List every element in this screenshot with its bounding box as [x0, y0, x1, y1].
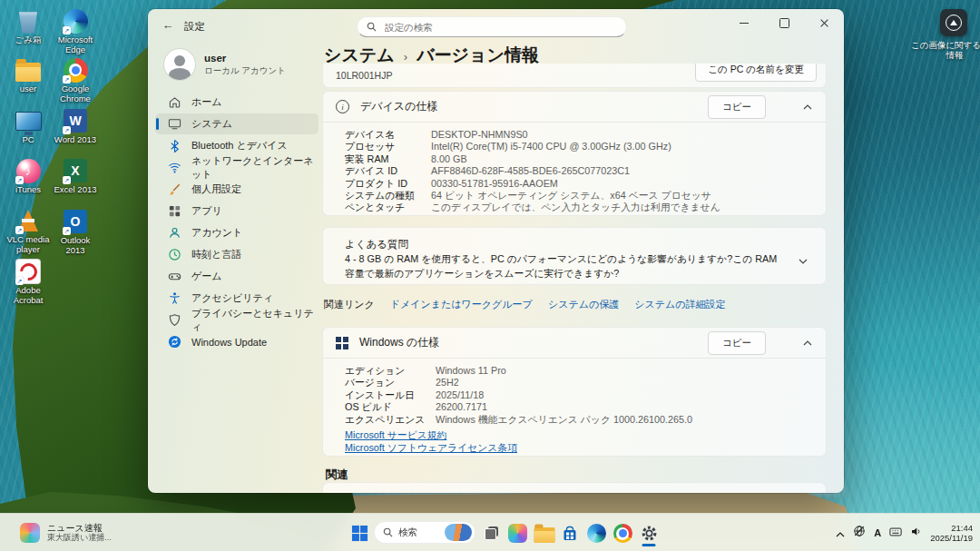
spec-value: 26200.7171 — [436, 401, 487, 413]
settings-search-input[interactable] — [383, 21, 617, 34]
link-domain-workgroup[interactable]: ドメインまたはワークグループ — [390, 298, 533, 311]
link-system-protection[interactable]: システムの保護 — [548, 298, 619, 311]
link-advanced-system-settings[interactable]: システムの詳細設定 — [634, 298, 725, 311]
sidebar-item-home[interactable]: ホーム — [155, 92, 318, 113]
recycle-bin-icon — [17, 9, 39, 34]
account-avatar[interactable] — [164, 49, 195, 80]
accessibility-icon — [168, 291, 181, 305]
sidebar-item-system[interactable]: システム — [155, 113, 318, 134]
shortcut-arrow-icon: ↗ — [15, 226, 24, 234]
taskbar-widgets-button[interactable]: ニュース速報 東大阪誘い逮捕... — [13, 519, 119, 546]
desktop-icon-label: Excel 2013 — [53, 185, 98, 195]
desktop-icon-recycle-bin[interactable]: ごみ箱 — [5, 7, 51, 45]
spec-label: デバイス名 — [345, 129, 431, 141]
sidebar-label: アプリ — [191, 204, 222, 218]
desktop-icon-outlook[interactable]: O↗ Outlook 2013 — [53, 208, 98, 255]
sidebar-item-gaming[interactable]: ゲーム — [155, 266, 318, 287]
sidebar-item-time-language[interactable]: 時刻と言語 — [155, 244, 318, 265]
start-button[interactable] — [348, 522, 370, 544]
desktop-icon-itunes[interactable]: ♪↗ iTunes — [5, 157, 51, 195]
spec-row: バージョン 25H2 — [345, 377, 813, 389]
device-spec-rows: デバイス名 DESKTOP-NHMN9S0 プロセッサ Intel(R) Cor… — [323, 122, 826, 214]
chevron-up-icon[interactable] — [802, 102, 813, 113]
update-icon — [168, 335, 181, 349]
taskbar-search-box[interactable]: 検索 — [374, 521, 475, 544]
microsoft-link[interactable]: Microsoft サービス規約 — [345, 429, 446, 442]
sidebar-item-accounts[interactable]: アカウント — [155, 222, 318, 243]
sidebar-label: 時刻と言語 — [191, 248, 241, 261]
copilot-button[interactable] — [505, 520, 529, 546]
spec-row: デバイス名 DESKTOP-NHMN9S0 — [345, 129, 813, 141]
pc-model: 10LR001HJP — [336, 70, 392, 81]
chevron-down-icon[interactable] — [799, 251, 808, 268]
file-explorer-button[interactable] — [532, 520, 555, 546]
spec-label: ペンとタッチ — [345, 202, 431, 213]
desktop-icon-word[interactable]: W↗ Word 2013 — [53, 107, 98, 145]
spec-row: デバイス ID AFF8846D-628F-4585-BDE6-265C0770… — [345, 165, 813, 177]
minimize-button[interactable] — [724, 9, 764, 36]
desktop-icon-label: user — [5, 84, 51, 94]
settings-app-button[interactable] — [637, 520, 661, 546]
sidebar-item-personalization[interactable]: 個人用設定 — [155, 179, 318, 200]
sidebar-item-windows-update[interactable]: Windows Update — [155, 331, 318, 352]
shortcut-arrow-icon: ↗ — [63, 227, 71, 235]
window-controls — [724, 9, 844, 36]
task-view-button[interactable] — [479, 520, 503, 546]
desktop-icon-vlc[interactable]: ↗ VLC media player — [5, 207, 51, 254]
desktop-icon-label: iTunes — [5, 185, 51, 195]
back-button[interactable]: ← — [159, 15, 177, 34]
desktop-icon-excel[interactable]: X↗ Excel 2013 — [53, 157, 98, 195]
hidden-icons-chevron[interactable] — [836, 525, 845, 541]
spec-row: インストール日 2025/11/18 — [345, 389, 813, 401]
sidebar-item-apps[interactable]: アプリ — [155, 201, 318, 221]
microsoft-link[interactable]: Microsoft ソフトウェアライセンス条項 — [345, 442, 517, 455]
edge-button[interactable] — [584, 520, 608, 546]
close-button[interactable] — [804, 9, 844, 36]
device-spec-card: i デバイスの仕様 コピー デバイス名 DESKTOP-NHMN9S0 プロセッ… — [322, 91, 827, 216]
file-explorer-icon — [534, 527, 555, 543]
sidebar-label: ホーム — [191, 95, 222, 109]
faq-question[interactable]: 4 - 8 GB の RAM を使用すると、PC のパフォーマンスにどのような影… — [345, 252, 780, 280]
network-no-internet-icon[interactable] — [853, 525, 866, 541]
faq-title: よくある質問 — [345, 238, 408, 251]
microsoft-store-button[interactable] — [558, 520, 582, 546]
taskbar-search-label: 検索 — [398, 526, 417, 539]
spec-value: 8.00 GB — [431, 153, 467, 165]
spotlight-learn-about-picture-icon[interactable] — [940, 9, 967, 36]
clock-icon — [168, 248, 181, 261]
pc-monitor-icon — [15, 112, 42, 131]
touch-keyboard-icon[interactable] — [889, 525, 902, 541]
desktop-icon-label: ごみ箱 — [5, 35, 51, 45]
settings-search-box[interactable] — [357, 16, 627, 37]
faq-card: よくある質問 4 - 8 GB の RAM を使用すると、PC のパフォーマンス… — [322, 227, 827, 285]
chevron-up-icon[interactable] — [802, 338, 813, 349]
desktop-icon-label: Google Chrome — [53, 84, 98, 103]
gamepad-icon — [168, 270, 181, 283]
spec-label: プロセッサ — [345, 141, 431, 153]
ime-indicator[interactable]: A — [874, 527, 881, 538]
chrome-button[interactable] — [611, 520, 634, 546]
widget-headline: ニュース速報 — [47, 523, 112, 533]
desktop-icon-user-folder[interactable]: user — [5, 56, 51, 94]
volume-icon[interactable] — [910, 525, 922, 541]
desktop-icon-label: Microsoft Edge — [53, 35, 98, 54]
windows-spec-header[interactable]: Windows の仕様 コピー — [323, 328, 826, 358]
taskbar-clock[interactable]: 21:44 2025/11/19 — [930, 523, 973, 543]
copy-button[interactable]: コピー — [708, 95, 766, 119]
spec-value: DESKTOP-NHMN9S0 — [431, 129, 528, 141]
maximize-button[interactable] — [764, 9, 804, 36]
rename-pc-button[interactable]: この PC の名前を変更 — [695, 64, 817, 82]
system-icon — [168, 117, 181, 131]
desktop-icon-edge[interactable]: ↗ Microsoft Edge — [53, 7, 98, 54]
device-spec-header[interactable]: i デバイスの仕様 コピー — [323, 92, 826, 122]
sidebar-item-network-internet[interactable]: ネットワークとインターネット — [155, 157, 318, 178]
spec-label: バージョン — [345, 377, 436, 389]
desktop-icon-pc[interactable]: PC — [5, 107, 51, 145]
task-view-icon — [485, 526, 498, 540]
copy-button[interactable]: コピー — [708, 331, 766, 355]
spec-label: エディション — [345, 365, 436, 377]
desktop-icon-acrobat[interactable]: ↗ Adobe Acrobat — [5, 258, 51, 305]
desktop-icon-chrome[interactable]: ↗ Google Chrome — [53, 56, 98, 103]
sidebar-item-privacy-security[interactable]: プライバシーとセキュリティ — [155, 310, 318, 330]
related-card-sliver — [322, 482, 827, 493]
